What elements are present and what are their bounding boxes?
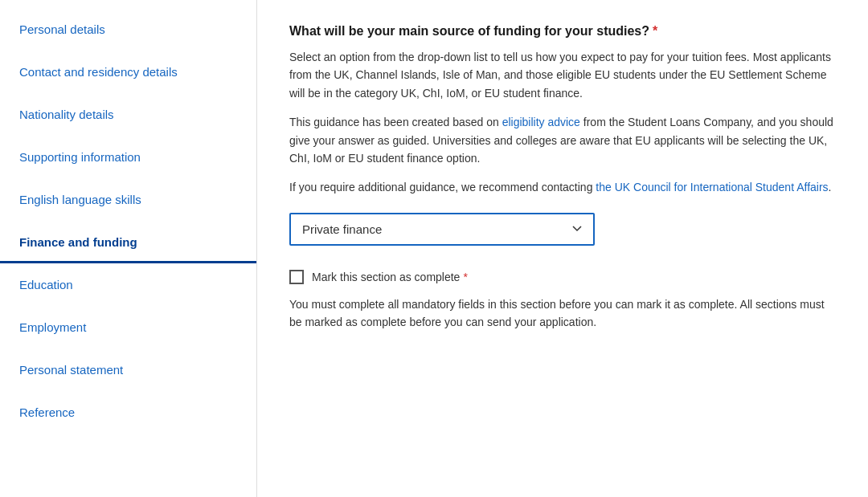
funding-dropdown-wrapper: Private financeUK, ChI, IoM or EU studen…	[289, 213, 836, 246]
sidebar-item-english-language[interactable]: English language skills	[0, 178, 256, 221]
main-content: What will be your main source of funding…	[257, 0, 868, 497]
complete-checkbox-text: Mark this section as complete*	[312, 271, 468, 283]
required-asterisk: *	[653, 24, 657, 38]
checkbox-section: Mark this section as complete* You must …	[289, 270, 836, 332]
sidebar-item-employment[interactable]: Employment	[0, 306, 256, 348]
complete-checkbox-label[interactable]: Mark this section as complete*	[289, 270, 836, 284]
description-para1: Select an option from the drop-down list…	[289, 48, 836, 102]
sidebar-item-personal-details[interactable]: Personal details	[0, 8, 256, 51]
description-para2: This guidance has been created based on …	[289, 113, 836, 167]
question-title: What will be your main source of funding…	[289, 24, 836, 39]
sidebar: Personal detailsContact and residency de…	[0, 0, 257, 497]
complete-note: You must complete all mandatory fields i…	[289, 295, 836, 332]
uk-council-link[interactable]: the UK Council for International Student…	[596, 181, 828, 194]
checkbox-required-asterisk: *	[463, 271, 467, 283]
sidebar-item-personal-statement[interactable]: Personal statement	[0, 348, 256, 391]
funding-source-select[interactable]: Private financeUK, ChI, IoM or EU studen…	[289, 213, 595, 246]
sidebar-item-contact-residency[interactable]: Contact and residency details	[0, 51, 256, 93]
sidebar-item-reference[interactable]: Reference	[0, 391, 256, 434]
sidebar-item-nationality[interactable]: Nationality details	[0, 93, 256, 136]
complete-checkbox[interactable]	[289, 270, 304, 284]
sidebar-item-supporting-info[interactable]: Supporting information	[0, 136, 256, 178]
description-para3: If you require additional guidance, we r…	[289, 178, 836, 196]
eligibility-advice-link[interactable]: eligibility advice	[502, 116, 580, 128]
sidebar-item-finance-funding[interactable]: Finance and funding	[0, 221, 256, 263]
sidebar-item-education[interactable]: Education	[0, 263, 256, 306]
